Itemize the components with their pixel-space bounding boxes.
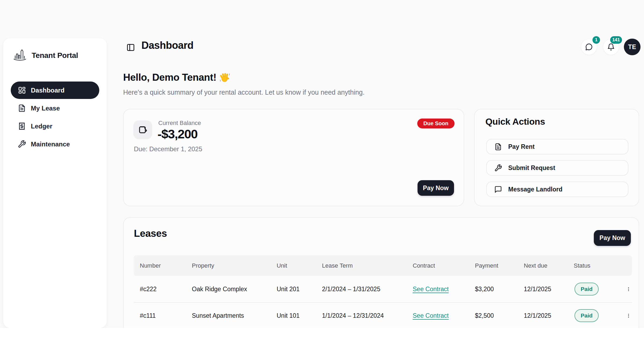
notifications-count-badge: 141 xyxy=(610,36,622,44)
column-header-next-due: Next due xyxy=(518,262,568,269)
status-badge: Paid xyxy=(575,309,599,322)
chat-bubble-icon xyxy=(585,43,593,51)
messages-count-badge: 1 xyxy=(592,36,600,44)
see-contract-link[interactable]: See Contract xyxy=(413,312,449,319)
lease-term: 2/1/2024 – 1/31/2025 xyxy=(316,286,407,293)
sidebar-nav: Dashboard My Lease Ledger xyxy=(3,82,107,153)
action-label: Submit Request xyxy=(508,164,555,172)
layout-dashboard-icon xyxy=(18,86,26,94)
wallet-icon xyxy=(138,125,148,135)
sidebar-item-ledger[interactable]: Ledger xyxy=(11,117,99,135)
lease-unit: Unit 101 xyxy=(270,312,316,319)
page-title: Dashboard xyxy=(141,40,193,51)
file-text-icon xyxy=(494,143,502,151)
row-actions-menu-button[interactable] xyxy=(620,283,631,295)
lease-number: #c111 xyxy=(134,312,186,319)
notifications-button[interactable]: 141 xyxy=(603,39,619,55)
balance-amount: -$3,200 xyxy=(158,127,197,141)
due-date-text: Due: December 1, 2025 xyxy=(134,145,202,153)
sidebar-item-maintenance[interactable]: Maintenance xyxy=(11,135,99,153)
file-text-icon xyxy=(18,104,26,112)
submit-request-button[interactable]: Submit Request xyxy=(486,160,628,176)
column-header-payment: Payment xyxy=(469,262,518,269)
sidebar-item-label: My Lease xyxy=(31,105,60,112)
messages-button[interactable]: 1 xyxy=(581,39,597,55)
lease-property: Oak Ridge Complex xyxy=(186,286,270,293)
column-header-status: Status xyxy=(568,262,612,269)
more-vertical-icon xyxy=(626,286,631,293)
user-avatar[interactable]: TE xyxy=(624,39,641,55)
pay-rent-button[interactable]: Pay Rent xyxy=(486,139,628,154)
lease-property: Sunset Apartments xyxy=(186,312,270,319)
sidebar-item-dashboard[interactable]: Dashboard xyxy=(11,82,99,99)
leases-table: Number Property Unit Lease Term Contract… xyxy=(134,255,632,328)
leases-title: Leases xyxy=(134,228,167,239)
leases-pay-now-button[interactable]: Pay Now xyxy=(594,230,631,246)
lease-unit: Unit 201 xyxy=(270,286,316,293)
status-badge: Paid xyxy=(575,283,599,295)
greeting-subtitle: Here's a quick summary of your rental ac… xyxy=(123,88,365,96)
wallet-icon-tile xyxy=(133,120,152,139)
wrench-icon xyxy=(18,140,26,148)
due-soon-badge: Due Soon xyxy=(417,119,455,128)
lease-payment: $3,200 xyxy=(469,286,518,293)
lease-term: 1/1/2024 – 12/31/2024 xyxy=(316,312,407,319)
sidebar-toggle-button[interactable] xyxy=(125,42,136,53)
lease-payment: $2,500 xyxy=(469,312,518,319)
sidebar: Tenant Portal Dashboard My Lease xyxy=(3,38,107,328)
column-header-property: Property xyxy=(186,262,270,269)
row-actions-menu-button[interactable] xyxy=(620,310,631,321)
quick-actions-card: Quick Actions Pay Rent Submit Request Me… xyxy=(474,109,639,206)
table-row: #c222 Oak Ridge Complex Unit 201 2/1/202… xyxy=(134,276,632,302)
greeting-heading: Hello, Demo Tenant! 👋 xyxy=(123,72,230,83)
sidebar-item-label: Dashboard xyxy=(31,87,64,94)
wave-emoji-icon xyxy=(219,72,230,83)
column-header-contract: Contract xyxy=(407,262,469,269)
app-window: Tenant Portal Dashboard My Lease xyxy=(0,0,644,328)
message-square-icon xyxy=(494,186,502,193)
lease-next-due: 12/1/2025 xyxy=(518,286,568,293)
wrench-icon xyxy=(494,164,502,172)
current-balance-card: Current Balance -$3,200 Due Soon Due: De… xyxy=(123,109,464,206)
column-header-unit: Unit xyxy=(270,262,316,269)
app-title: Tenant Portal xyxy=(32,51,78,60)
action-label: Pay Rent xyxy=(508,143,535,150)
column-header-lease-term: Lease Term xyxy=(316,262,407,269)
balance-label: Current Balance xyxy=(158,120,201,127)
see-contract-link[interactable]: See Contract xyxy=(413,286,449,293)
message-landlord-button[interactable]: Message Landlord xyxy=(486,182,628,197)
pay-now-button[interactable]: Pay Now xyxy=(418,180,454,196)
panel-left-icon xyxy=(126,43,135,52)
buildings-logo-icon xyxy=(12,48,27,63)
leases-card: Leases Pay Now Number Property Unit Leas… xyxy=(123,217,639,328)
action-label: Message Landlord xyxy=(508,186,562,193)
column-header-number: Number xyxy=(134,262,186,269)
sidebar-item-my-lease[interactable]: My Lease xyxy=(11,99,99,117)
table-row: #c111 Sunset Apartments Unit 101 1/1/202… xyxy=(134,302,632,328)
lease-number: #c222 xyxy=(134,286,186,293)
sidebar-item-label: Maintenance xyxy=(31,141,70,148)
app-logo: Tenant Portal xyxy=(12,48,107,63)
sidebar-item-label: Ledger xyxy=(31,123,52,130)
quick-actions-title: Quick Actions xyxy=(485,116,545,127)
more-vertical-icon xyxy=(626,312,631,319)
table-header-row: Number Property Unit Lease Term Contract… xyxy=(134,255,632,276)
bell-icon xyxy=(607,43,615,51)
lease-next-due: 12/1/2025 xyxy=(518,312,568,319)
receipt-icon xyxy=(18,122,26,130)
greeting-text: Hello, Demo Tenant! xyxy=(123,72,216,83)
